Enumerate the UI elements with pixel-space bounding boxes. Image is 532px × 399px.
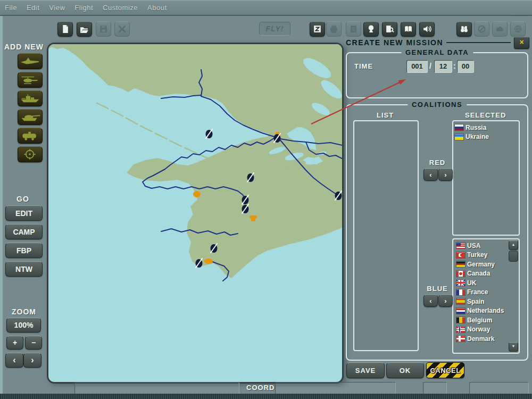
coalition-country-netherlands[interactable]: Netherlands [455, 306, 507, 316]
add-train-button[interactable] [18, 128, 43, 144]
add-ship-button[interactable] [18, 90, 43, 106]
add-target-button[interactable] [18, 146, 43, 162]
blue-selected-listbox[interactable]: USA Turkey Germany Canada UK France Spai… [452, 238, 520, 354]
airfield-marker[interactable] [206, 129, 213, 138]
coalition-country-france[interactable]: France [455, 288, 507, 297]
country-list-scrollbar[interactable]: ▲ ▼ [509, 240, 518, 352]
coalition-country-russia[interactable]: Russia [453, 123, 519, 132]
status-input-small[interactable] [423, 382, 447, 394]
blue-move-right-button[interactable]: › [438, 294, 453, 307]
coalition-country-norway[interactable]: Norway [455, 325, 507, 335]
dialog-close-button[interactable]: × [514, 37, 529, 49]
coalition-country-spain[interactable]: Spain [455, 297, 507, 306]
country-label: Canada [467, 270, 490, 277]
go-edit-button[interactable]: EDIT [5, 205, 43, 221]
menu-flight[interactable]: Flight [70, 4, 98, 12]
save-mission-button[interactable] [96, 21, 111, 37]
scroll-down-button[interactable]: ▼ [509, 342, 518, 352]
menu-file[interactable]: File [0, 4, 22, 12]
menu-customize[interactable]: Customize [98, 4, 143, 12]
open-book-icon [404, 24, 413, 34]
coalition-country-uk[interactable]: UK [455, 278, 507, 288]
save-button[interactable]: SAVE [346, 362, 385, 378]
weather-button[interactable] [492, 21, 508, 37]
country-label: Denmark [467, 335, 494, 343]
go-fbp-button[interactable]: FBP [5, 243, 43, 258]
country-label: France [467, 288, 488, 296]
close-mission-button[interactable] [114, 21, 130, 37]
country-label: USA [467, 242, 480, 250]
coalition-country-ukraine[interactable]: Ukraine [453, 132, 519, 142]
sound-button[interactable] [419, 21, 435, 37]
status-input-right[interactable] [469, 382, 529, 394]
add-airplane-button[interactable] [18, 53, 43, 69]
restrictions-button[interactable] [474, 21, 489, 37]
red-transfer-buttons: ‹ › [423, 168, 453, 181]
coalition-country-belgium[interactable]: Belgium [455, 315, 507, 325]
menu-edit[interactable]: Edit [22, 4, 44, 12]
target-crosshair-icon [19, 148, 41, 161]
world-time-button[interactable] [510, 21, 526, 37]
time-day-field[interactable]: 001 [406, 60, 428, 73]
zoom-level-button[interactable]: 100% [6, 318, 41, 332]
red-selected-listbox[interactable]: Russia Ukraine [452, 120, 520, 236]
time-minutes-field[interactable]: 00 [457, 60, 474, 73]
railcar-icon [19, 129, 41, 142]
ok-button[interactable]: OK [386, 362, 424, 378]
zoom-out-button[interactable]: − [25, 336, 42, 350]
globe-clock-icon [513, 24, 522, 34]
new-document-icon [61, 24, 70, 34]
scroll-thumb[interactable] [509, 251, 518, 262]
zoom-in-button[interactable]: + [6, 336, 23, 350]
time-colon: : [453, 62, 456, 70]
coalitions-group: COALITIONS LIST SELECTED Russia Ukraine … [346, 104, 528, 361]
airplane-icon [19, 55, 41, 68]
map-panel[interactable] [47, 43, 344, 384]
country-label: Russia [466, 124, 486, 131]
print-button[interactable] [326, 21, 342, 37]
red-move-right-button[interactable]: › [438, 168, 453, 181]
coalition-country-canada[interactable]: Canada [455, 269, 507, 279]
pan-right-button[interactable]: › [23, 353, 41, 368]
menu-about[interactable]: About [143, 4, 171, 12]
red-move-left-button[interactable]: ‹ [423, 168, 438, 181]
window-edge-highlight [0, 15, 3, 394]
records-button[interactable] [346, 21, 361, 37]
norway-flag-icon [456, 327, 465, 332]
add-helicopter-button[interactable] [18, 72, 43, 88]
country-label: Netherlands [467, 307, 504, 314]
coalition-country-germany[interactable]: Germany [455, 260, 507, 269]
printer-icon [329, 24, 338, 34]
reconnaissance-button[interactable] [456, 21, 472, 37]
coord-input[interactable] [275, 382, 396, 394]
fly-button[interactable]: FLY! [259, 22, 290, 36]
country-label: Germany [467, 261, 495, 268]
debriefing-button[interactable] [382, 21, 397, 37]
scroll-up-button[interactable]: ▲ [509, 240, 518, 250]
go-ntw-button[interactable]: NTW [5, 261, 43, 277]
mission-generator-button[interactable] [310, 21, 325, 37]
blue-move-left-button[interactable]: ‹ [423, 294, 438, 307]
pan-left-button[interactable]: ‹ [5, 353, 23, 368]
add-vehicle-button[interactable] [18, 109, 43, 125]
coalition-available-listbox[interactable] [353, 120, 419, 351]
coalition-country-usa[interactable]: USA [455, 241, 507, 251]
belgium-flag-icon [456, 317, 465, 323]
z-box-icon [313, 24, 322, 34]
blue-transfer-buttons: ‹ › [423, 294, 453, 307]
pilot-button[interactable] [363, 21, 379, 37]
open-mission-button[interactable] [77, 21, 92, 37]
usa-flag-icon [456, 243, 465, 248]
map-canvas[interactable] [48, 44, 342, 382]
open-folder-icon [80, 24, 89, 34]
coalition-country-denmark[interactable]: Denmark [455, 334, 507, 344]
coalition-country-turkey[interactable]: Turkey [455, 251, 507, 260]
status-input-left[interactable] [74, 382, 239, 394]
go-camp-button[interactable]: CAMP [5, 224, 43, 239]
new-mission-button[interactable] [57, 21, 73, 37]
cancel-button[interactable]: CANCEL [426, 362, 464, 378]
time-label: TIME [354, 62, 373, 70]
menu-view[interactable]: View [44, 4, 70, 12]
encyclopedia-button[interactable] [401, 21, 416, 37]
time-hours-field[interactable]: 12 [434, 60, 452, 73]
